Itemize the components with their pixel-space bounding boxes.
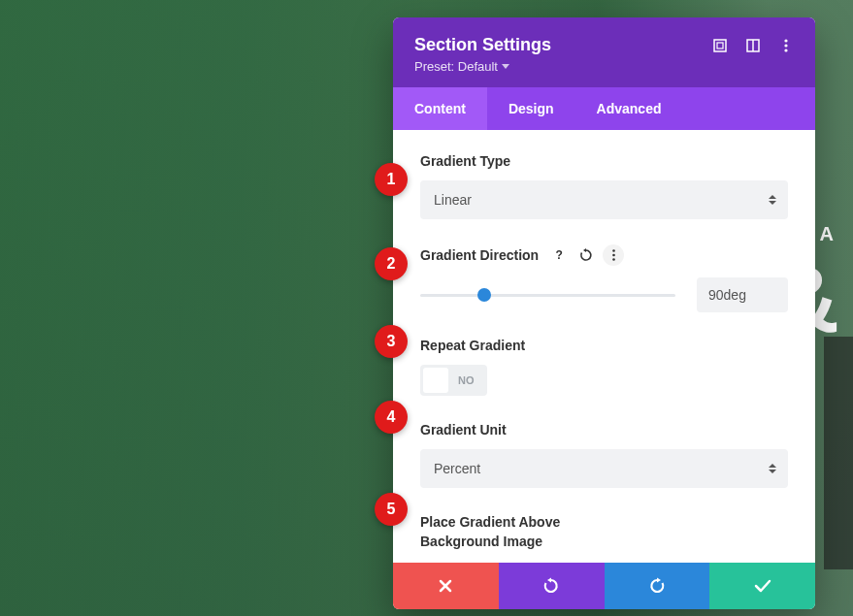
svg-point-7	[612, 249, 615, 252]
field-place-above: Place Gradient Above Background Image YE…	[420, 513, 788, 563]
repeat-gradient-label: Repeat Gradient	[420, 338, 788, 353]
reset-icon[interactable]	[575, 244, 597, 266]
place-above-label-line1: Place Gradient Above	[420, 513, 788, 533]
panel-header: Section Settings Preset: Default	[393, 17, 815, 87]
place-above-label-line2: Background Image	[420, 533, 788, 552]
slider-thumb[interactable]	[477, 288, 491, 302]
cancel-button[interactable]	[393, 563, 499, 609]
annotation-badge-2: 2	[375, 247, 408, 280]
panel-footer	[393, 563, 815, 609]
svg-point-9	[612, 258, 615, 261]
drag-icon[interactable]	[745, 38, 761, 53]
field-gradient-direction: Gradient Direction ? 90deg	[420, 244, 788, 312]
more-icon[interactable]	[778, 38, 794, 53]
toggle-off-label: NO	[448, 374, 484, 386]
svg-rect-0	[714, 40, 726, 51]
panel-body: Gradient Type Linear Gradient Direction …	[393, 130, 815, 563]
annotation-badge-5: 5	[375, 493, 408, 526]
chevron-down-icon	[502, 64, 509, 70]
help-icon[interactable]: ?	[548, 244, 570, 266]
svg-point-4	[784, 39, 787, 42]
gradient-type-label: Gradient Type	[420, 153, 788, 169]
slider-track	[420, 294, 675, 297]
field-gradient-type: Gradient Type Linear	[420, 153, 788, 219]
annotation-badge-3: 3	[375, 325, 408, 358]
gradient-direction-label: Gradient Direction ?	[420, 244, 788, 266]
field-gradient-unit: Gradient Unit Percent	[420, 422, 788, 488]
gradient-type-select[interactable]: Linear	[420, 180, 788, 219]
gradient-direction-label-text: Gradient Direction	[420, 247, 539, 263]
save-button[interactable]	[709, 563, 815, 609]
tab-design[interactable]: Design	[487, 87, 575, 130]
undo-button[interactable]	[499, 563, 605, 609]
undo-icon	[542, 577, 560, 595]
place-above-label: Place Gradient Above Background Image	[420, 513, 788, 551]
expand-icon[interactable]	[712, 38, 728, 53]
toggle-knob	[423, 368, 448, 393]
gradient-unit-select[interactable]: Percent	[420, 449, 788, 488]
svg-point-6	[784, 49, 787, 51]
svg-rect-1	[717, 43, 723, 49]
tab-content[interactable]: Content	[393, 87, 487, 130]
gradient-unit-value: Percent	[420, 449, 788, 488]
redo-icon	[648, 577, 666, 595]
tab-advanced[interactable]: Advanced	[575, 87, 683, 130]
bg-dark-edge	[824, 337, 853, 569]
svg-point-8	[612, 254, 615, 257]
gradient-direction-slider[interactable]	[420, 285, 675, 305]
preset-selector[interactable]: Preset: Default	[414, 59, 794, 74]
gradient-direction-value[interactable]: 90deg	[697, 277, 788, 312]
annotation-badge-1: 1	[375, 163, 408, 196]
panel-title: Section Settings	[414, 35, 551, 55]
svg-point-5	[784, 44, 787, 47]
repeat-gradient-toggle[interactable]: NO	[420, 365, 487, 396]
tabs: Content Design Advanced	[393, 87, 815, 130]
settings-panel: Section Settings Preset: Default Content…	[393, 17, 815, 609]
check-icon	[754, 579, 771, 593]
gradient-unit-label: Gradient Unit	[420, 422, 788, 438]
header-actions	[712, 38, 794, 53]
field-more-icon[interactable]	[603, 244, 624, 266]
gradient-type-value: Linear	[420, 180, 788, 219]
redo-button[interactable]	[605, 563, 710, 609]
close-icon	[439, 579, 452, 593]
field-repeat-gradient: Repeat Gradient NO	[420, 338, 788, 397]
preset-label: Preset: Default	[414, 59, 498, 74]
annotation-badge-4: 4	[375, 401, 408, 434]
